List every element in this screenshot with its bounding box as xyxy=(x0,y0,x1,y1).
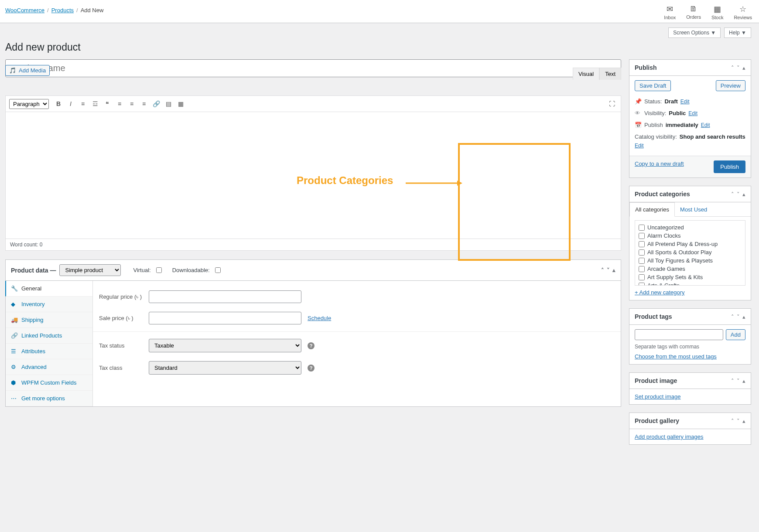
preview-button[interactable]: Preview xyxy=(716,80,745,91)
panel-up-icon[interactable]: ˄ xyxy=(731,65,734,71)
product-data-heading: Product data — xyxy=(11,267,56,274)
downloadable-checkbox[interactable] xyxy=(215,267,221,273)
panel-collapse-icon[interactable]: ▴ xyxy=(742,378,745,384)
add-gallery-images-link[interactable]: Add product gallery images xyxy=(635,433,704,440)
panel-collapse-icon[interactable]: ▴ xyxy=(612,267,615,273)
edit-status-link[interactable]: Edit xyxy=(680,99,690,105)
tax-status-select[interactable]: Taxable xyxy=(149,339,301,352)
panel-up-icon[interactable]: ˄ xyxy=(731,314,734,320)
tab-advanced[interactable]: ⚙Advanced xyxy=(6,359,92,375)
attributes-icon: ☰ xyxy=(11,348,18,355)
category-checkbox[interactable] xyxy=(639,241,645,247)
edit-catalog-link[interactable]: Edit xyxy=(635,143,644,149)
panel-down-icon[interactable]: ˅ xyxy=(737,378,740,384)
category-list[interactable]: Uncategorized Alarm Clocks All Pretend P… xyxy=(635,220,745,286)
breadcrumb-products[interactable]: Products xyxy=(51,7,74,14)
blockquote-button[interactable]: ❝ xyxy=(102,99,113,109)
tab-attributes[interactable]: ☰Attributes xyxy=(6,344,92,359)
bold-button[interactable]: B xyxy=(53,99,64,109)
bullet-list-button[interactable]: ≡ xyxy=(78,99,88,109)
category-checkbox[interactable] xyxy=(639,258,645,264)
help-icon[interactable]: ? xyxy=(308,342,315,349)
tab-wpfm[interactable]: ⬢WPFM Custom Fields xyxy=(6,375,92,391)
category-checkbox[interactable] xyxy=(639,274,645,280)
panel-down-icon[interactable]: ˅ xyxy=(607,267,610,273)
help-button[interactable]: Help ▼ xyxy=(724,27,751,38)
category-checkbox[interactable] xyxy=(639,233,645,239)
product-type-select[interactable]: Simple product xyxy=(59,264,121,276)
save-draft-button[interactable]: Save Draft xyxy=(635,80,671,91)
screen-options-button[interactable]: Screen Options ▼ xyxy=(668,27,721,38)
tax-class-select[interactable]: Standard xyxy=(149,361,301,375)
category-checkbox[interactable] xyxy=(639,283,645,286)
category-item[interactable]: Alarm Clocks xyxy=(639,232,742,240)
align-right-button[interactable]: ≡ xyxy=(139,99,149,109)
page-title: Add new product xyxy=(5,41,751,53)
tab-get-more[interactable]: ⋯Get more options xyxy=(6,391,92,406)
panel-collapse-icon[interactable]: ▴ xyxy=(742,65,745,71)
category-item[interactable]: All Toy Figures & Playsets xyxy=(639,256,742,265)
category-checkbox[interactable] xyxy=(639,266,645,272)
add-new-category-link[interactable]: + Add new category xyxy=(635,289,745,296)
editor-content[interactable] xyxy=(6,112,621,239)
category-item[interactable]: Uncategorized xyxy=(639,223,742,232)
choose-tags-link[interactable]: Choose from the most used tags xyxy=(635,353,717,360)
tab-general[interactable]: 🔧General xyxy=(5,281,92,297)
orders-button[interactable]: 🗎Orders xyxy=(686,4,701,20)
panel-down-icon[interactable]: ˅ xyxy=(737,191,740,198)
category-checkbox[interactable] xyxy=(639,249,645,256)
numbered-list-button[interactable]: ☲ xyxy=(90,99,100,109)
italic-button[interactable]: I xyxy=(65,99,76,109)
tab-linked-products[interactable]: 🔗Linked Products xyxy=(6,328,92,344)
panel-up-icon[interactable]: ˄ xyxy=(731,418,734,424)
panel-down-icon[interactable]: ˅ xyxy=(737,314,740,320)
category-item[interactable]: All Sports & Outdoor Play xyxy=(639,248,742,256)
schedule-link[interactable]: Schedule xyxy=(308,315,331,321)
category-item[interactable]: Arts & Crafts xyxy=(639,281,742,286)
tab-inventory[interactable]: ◆Inventory xyxy=(6,297,92,312)
virtual-checkbox[interactable] xyxy=(156,267,162,273)
publish-button[interactable]: Publish xyxy=(714,160,745,173)
gear-icon: ⚙ xyxy=(11,364,18,370)
panel-collapse-icon[interactable]: ▴ xyxy=(742,314,745,320)
panel-up-icon[interactable]: ˄ xyxy=(601,267,604,273)
panel-up-icon[interactable]: ˄ xyxy=(731,191,734,198)
insert-more-button[interactable]: ▤ xyxy=(163,99,174,109)
block-format-select[interactable]: Paragraph xyxy=(9,99,49,109)
visual-tab[interactable]: Visual xyxy=(573,68,599,80)
category-checkbox[interactable] xyxy=(639,225,645,231)
category-item[interactable]: Arcade Games xyxy=(639,265,742,273)
reviews-button[interactable]: ☆Reviews xyxy=(734,4,752,20)
panel-collapse-icon[interactable]: ▴ xyxy=(742,191,745,198)
product-title-input[interactable] xyxy=(5,59,621,77)
text-tab[interactable]: Text xyxy=(599,68,621,80)
most-used-tab[interactable]: Most Used xyxy=(675,202,712,216)
set-product-image-link[interactable]: Set product image xyxy=(635,393,681,400)
panel-down-icon[interactable]: ˅ xyxy=(737,65,740,71)
panel-collapse-icon[interactable]: ▴ xyxy=(742,418,745,424)
breadcrumb-woocommerce[interactable]: WooCommerce xyxy=(5,7,44,14)
tab-shipping[interactable]: 🚚Shipping xyxy=(6,312,92,328)
all-categories-tab[interactable]: All categories xyxy=(629,202,675,217)
copy-to-draft-link[interactable]: Copy to a new draft xyxy=(635,160,684,167)
align-left-button[interactable]: ≡ xyxy=(114,99,125,109)
panel-up-icon[interactable]: ˄ xyxy=(731,378,734,384)
fullscreen-button[interactable]: ⛶ xyxy=(607,99,617,109)
regular-price-input[interactable] xyxy=(149,290,301,303)
help-icon[interactable]: ? xyxy=(308,365,315,372)
toolbar-toggle-button[interactable]: ▦ xyxy=(175,99,186,109)
pin-icon: 📌 xyxy=(635,98,642,105)
panel-down-icon[interactable]: ˅ xyxy=(737,418,740,424)
category-item[interactable]: All Pretend Play & Dress-up xyxy=(639,240,742,248)
inbox-button[interactable]: ✉Inbox xyxy=(664,4,676,20)
add-media-button[interactable]: 🎵 Add Media xyxy=(5,65,50,76)
align-center-button[interactable]: ≡ xyxy=(126,99,137,109)
sale-price-input[interactable] xyxy=(149,312,301,324)
add-tag-button[interactable]: Add xyxy=(726,329,745,340)
tag-input[interactable] xyxy=(635,329,723,340)
stock-button[interactable]: ▦Stock xyxy=(711,4,724,20)
edit-schedule-link[interactable]: Edit xyxy=(701,122,710,128)
edit-visibility-link[interactable]: Edit xyxy=(688,110,697,116)
category-item[interactable]: Art Supply Sets & Kits xyxy=(639,273,742,281)
link-button[interactable]: 🔗 xyxy=(151,99,161,109)
